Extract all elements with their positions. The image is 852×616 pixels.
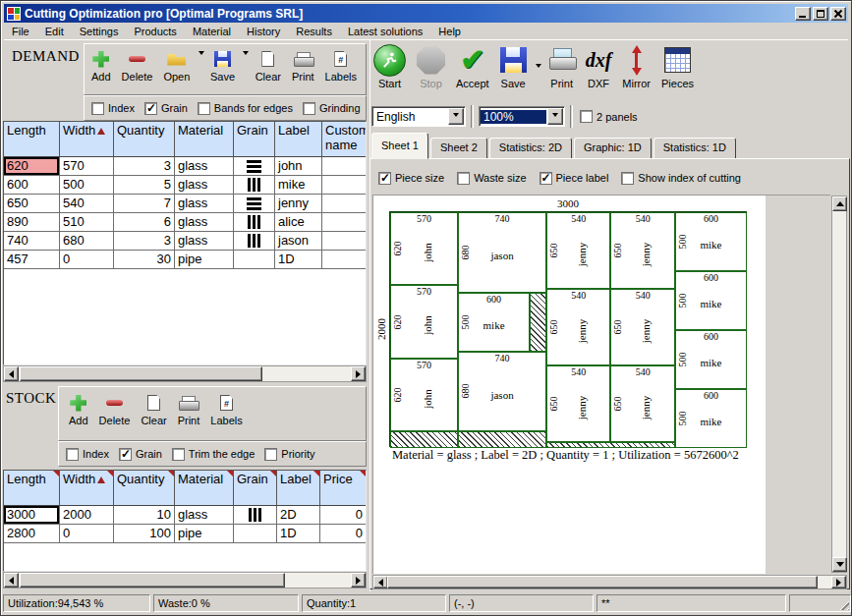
menu-item-settings[interactable]: Settings — [72, 24, 127, 39]
menu-item-latest-solutions[interactable]: Latest solutions — [340, 24, 430, 39]
demand-table-horizontal-scrollbar[interactable] — [3, 365, 367, 382]
demand-cell[interactable]: 500 — [60, 176, 114, 195]
scroll-left-button[interactable] — [373, 576, 388, 588]
solver-accept-button[interactable]: ✔Accept — [454, 42, 491, 90]
demand-grinding-checkbox[interactable] — [303, 102, 315, 115]
demand-cell[interactable] — [234, 157, 275, 176]
stock-trim-the-edge-checkbox[interactable] — [172, 448, 185, 461]
tab-sheet-2[interactable]: Sheet 2 — [430, 138, 487, 159]
two-panels-checkbox[interactable] — [580, 110, 593, 123]
stock-cell[interactable]: 0 — [60, 525, 114, 543]
minimize-button[interactable] — [795, 7, 811, 21]
view-piece-label-checkbox[interactable] — [540, 172, 552, 185]
demand-header-length[interactable]: Length — [4, 122, 60, 157]
scroll-left-button[interactable] — [4, 573, 19, 588]
demand-print-button[interactable]: Print — [290, 47, 316, 84]
view-waste-size-checkbox[interactable] — [457, 172, 470, 185]
title-bar[interactable]: Cutting Optimization pro [Optimal Progra… — [4, 4, 848, 23]
demand-cell[interactable]: 457 — [4, 251, 60, 269]
menu-item-results[interactable]: Results — [288, 24, 340, 39]
demand-cell[interactable]: 3 — [114, 232, 175, 251]
demand-table[interactable]: LengthWidthQuantityMaterialGrainLabelCus… — [3, 121, 367, 365]
demand-cell[interactable]: glass — [175, 195, 234, 213]
stock-header-label[interactable]: Label — [277, 471, 320, 506]
stock-table[interactable]: LengthWidthQuantityMaterialGrainLabelPri… — [3, 470, 367, 572]
maximize-button[interactable] — [813, 7, 828, 21]
menu-item-material[interactable]: Material — [185, 24, 239, 39]
demand-header-customer-name[interactable]: Customer name — [322, 122, 367, 157]
demand-cell[interactable]: 5 — [114, 176, 175, 195]
stock-header-price[interactable]: Price — [320, 471, 367, 506]
demand-cell[interactable]: pipe — [175, 251, 234, 269]
solver-mirror-button[interactable]: Mirror — [620, 42, 653, 90]
scroll-up-button[interactable] — [832, 196, 847, 211]
demand-cell[interactable]: jason — [275, 232, 322, 251]
solver-save-dropdown-arrow[interactable] — [534, 60, 544, 71]
demand-cell[interactable] — [234, 232, 275, 251]
demand-delete-button[interactable]: Delete — [120, 47, 155, 84]
stock-header-length[interactable]: Length — [4, 471, 60, 506]
resize-grip[interactable] — [837, 598, 849, 610]
demand-cell[interactable] — [234, 176, 275, 195]
stock-cell[interactable]: 3000 — [4, 506, 60, 525]
zoom-select[interactable]: 100% — [479, 106, 565, 127]
stock-cell[interactable]: 10 — [114, 506, 175, 525]
stock-index-checkbox[interactable] — [66, 448, 79, 461]
demand-clear-button[interactable]: Clear — [254, 47, 283, 84]
stock-cell[interactable]: 1D — [277, 525, 320, 543]
view-piece-size-checkbox[interactable] — [378, 172, 391, 185]
scroll-down-button[interactable] — [832, 557, 847, 572]
scroll-right-button[interactable] — [831, 576, 846, 588]
stock-cell[interactable]: 100 — [114, 525, 175, 543]
demand-save-dropdown-arrow[interactable] — [242, 47, 251, 58]
tab-statistics-2d[interactable]: Statistics: 2D — [489, 138, 572, 159]
solver-start-button[interactable]: Start — [371, 42, 408, 90]
demand-header-width[interactable]: Width — [60, 122, 114, 157]
sheet-vertical-scrollbar[interactable] — [831, 196, 847, 573]
demand-cell[interactable] — [322, 157, 367, 176]
menu-item-help[interactable]: Help — [430, 24, 469, 39]
demand-header-quantity[interactable]: Quantity — [114, 122, 175, 157]
demand-open-button[interactable]: Open — [161, 47, 192, 84]
demand-cell[interactable]: 680 — [60, 232, 114, 251]
stock-cell[interactable]: 2000 — [60, 506, 114, 525]
demand-cell[interactable]: 890 — [4, 213, 60, 232]
demand-cell[interactable]: glass — [175, 157, 234, 176]
scroll-right-button[interactable] — [351, 366, 366, 381]
solver-pieces-button[interactable]: Pieces — [659, 42, 696, 90]
demand-add-button[interactable]: Add — [89, 47, 113, 84]
stock-header-quantity[interactable]: Quantity — [114, 471, 175, 506]
dropdown-arrow-icon[interactable] — [448, 108, 464, 125]
menu-item-edit[interactable]: Edit — [37, 24, 72, 39]
menu-item-products[interactable]: Products — [126, 24, 184, 39]
demand-cell[interactable]: glass — [175, 176, 234, 195]
demand-cell[interactable] — [234, 213, 275, 232]
demand-cell[interactable]: 0 — [60, 251, 114, 269]
demand-cell[interactable]: jenny — [275, 195, 322, 213]
demand-cell[interactable]: 1D — [275, 251, 322, 269]
demand-header-material[interactable]: Material — [175, 122, 234, 157]
dropdown-arrow-icon[interactable] — [547, 108, 563, 125]
demand-cell[interactable]: 650 — [4, 195, 60, 213]
demand-cell[interactable]: 570 — [60, 157, 114, 176]
demand-header-label[interactable]: Label — [275, 122, 322, 157]
demand-cell[interactable]: john — [275, 157, 322, 176]
menu-item-file[interactable]: File — [4, 24, 37, 39]
solver-save-button[interactable]: Save — [498, 42, 529, 90]
scroll-left-button[interactable] — [4, 366, 19, 381]
demand-header-grain[interactable]: Grain — [234, 122, 275, 157]
demand-cell[interactable] — [322, 213, 367, 232]
stock-cell[interactable] — [234, 525, 277, 543]
demand-cell[interactable]: alice — [275, 213, 322, 232]
tab-statistics-1d[interactable]: Statistics: 1D — [653, 138, 736, 159]
demand-cell[interactable] — [322, 232, 367, 251]
demand-cell[interactable] — [322, 251, 367, 269]
demand-cell[interactable]: mike — [275, 176, 322, 195]
demand-cell[interactable]: 540 — [60, 195, 114, 213]
demand-cell[interactable]: glass — [175, 213, 234, 232]
demand-cell[interactable]: 620 — [4, 157, 60, 176]
stock-clear-button[interactable]: Clear — [139, 391, 168, 427]
demand-cell[interactable]: 7 — [114, 195, 175, 213]
stock-header-material[interactable]: Material — [175, 471, 234, 506]
demand-index-checkbox[interactable] — [91, 102, 104, 115]
